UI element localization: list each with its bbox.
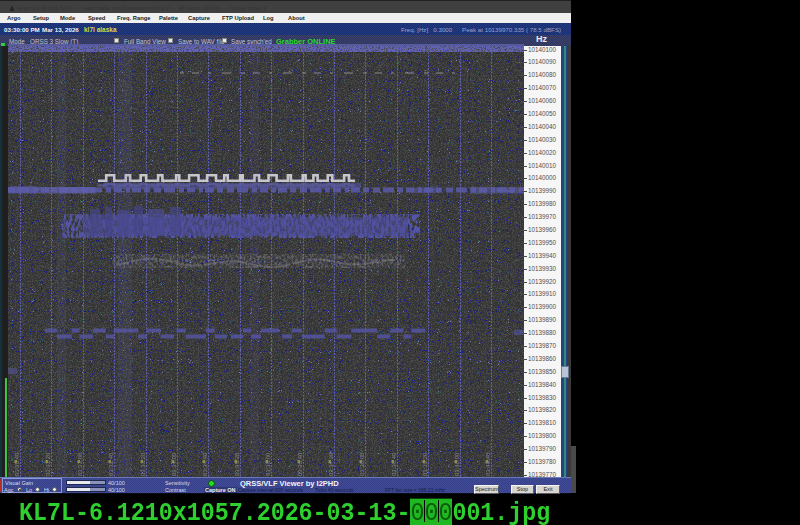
svg-text:03:36:00: 03:36:00 bbox=[265, 452, 271, 476]
svg-text:03:38:00: 03:38:00 bbox=[359, 452, 365, 476]
svg-text:03:35:20: 03:35:20 bbox=[234, 452, 240, 476]
svg-text:03:40:00: 03:40:00 bbox=[454, 452, 460, 476]
svg-text:03:31:20: 03:31:20 bbox=[45, 452, 51, 476]
svg-text:03:39:20: 03:39:20 bbox=[422, 452, 428, 476]
svg-text:03:30:40: 03:30:40 bbox=[14, 452, 20, 476]
svg-text:03:34:40: 03:34:40 bbox=[202, 452, 208, 476]
svg-text:03:33:20: 03:33:20 bbox=[140, 452, 146, 476]
svg-text:03:36:40: 03:36:40 bbox=[297, 452, 303, 476]
svg-text:03:34:00: 03:34:00 bbox=[171, 452, 177, 476]
svg-text:03:38:40: 03:38:40 bbox=[391, 452, 397, 476]
svg-text:03:32:00: 03:32:00 bbox=[77, 452, 83, 476]
svg-text:03:40:40: 03:40:40 bbox=[485, 452, 491, 476]
svg-text:03:37:20: 03:37:20 bbox=[328, 452, 334, 476]
svg-text:03:32:40: 03:32:40 bbox=[108, 452, 114, 476]
